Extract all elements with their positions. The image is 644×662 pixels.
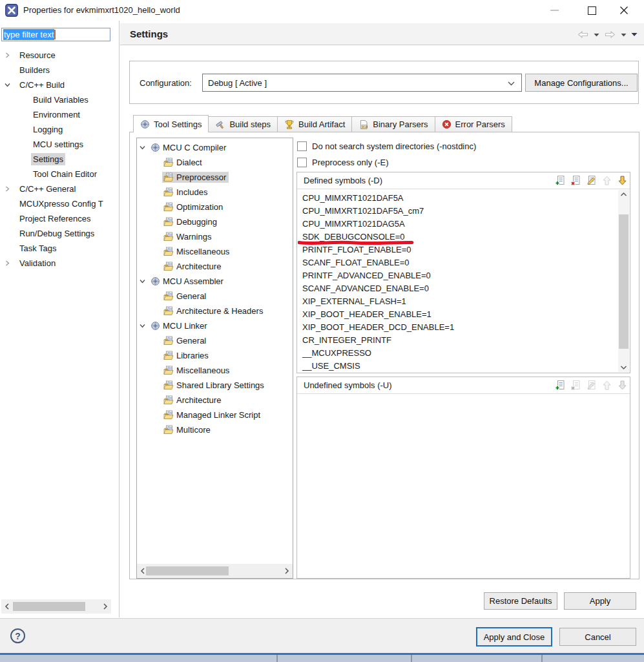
tab-binary-parsers[interactable]: 010Binary Parsers	[351, 116, 435, 132]
view-menu-dropdown-icon[interactable]	[631, 32, 638, 37]
sidebar-item-builders[interactable]: Builders	[0, 63, 119, 78]
tab-tool-settings[interactable]: Tool Settings	[133, 115, 209, 132]
sidebar-item-environment[interactable]: Environment	[0, 107, 119, 122]
sidebar-item-task-tags[interactable]: Task Tags	[0, 241, 119, 256]
defined-symbol-item[interactable]: XIP_EXTERNAL_FLASH=1	[298, 295, 618, 308]
defined-symbol-item[interactable]: __USE_CMSIS	[298, 360, 618, 372]
tab-build-artifact[interactable]: Build Artifact	[277, 116, 352, 132]
defined-symbol-item[interactable]: SCANF_ADVANCED_ENABLE=0	[298, 282, 618, 295]
sidebar-item-validation[interactable]: Validation	[0, 256, 119, 271]
defined-symbol-item[interactable]: SDK_DEBUGCONSOLE=0	[298, 231, 618, 243]
sidebar-item-run-debug-settings[interactable]: Run/Debug Settings	[0, 226, 119, 241]
defined-symbols-scrollbar[interactable]	[618, 190, 629, 372]
tool-tree-item-warnings[interactable]: Warnings	[137, 229, 293, 244]
undefined-symbols-list[interactable]	[298, 395, 618, 577]
tool-tree-item-miscellaneous[interactable]: Miscellaneous	[137, 363, 293, 378]
tool-tree-item-architecture[interactable]: Architecture	[137, 259, 293, 274]
chevron-expanded-icon[interactable]	[140, 278, 149, 284]
nav-forward-dropdown-icon[interactable]	[621, 33, 627, 37]
tool-tree-hscrollbar[interactable]	[137, 564, 293, 578]
filter-input[interactable]: type filter text	[1, 28, 110, 41]
nav-back-dropdown-icon[interactable]	[594, 33, 599, 37]
chevron-collapsed-icon[interactable]	[5, 260, 17, 266]
scrollbar-thumb[interactable]	[146, 566, 229, 575]
maximize-button[interactable]	[581, 0, 603, 21]
chevron-expanded-icon[interactable]	[140, 323, 149, 329]
tab-build-steps[interactable]: Build steps	[208, 116, 278, 132]
manage-configurations-button[interactable]: Manage Configurations...	[525, 74, 638, 92]
chevron-expanded-icon[interactable]	[5, 82, 17, 88]
scroll-right-icon[interactable]	[282, 566, 291, 575]
configuration-select[interactable]: Debug [ Active ]	[202, 74, 522, 92]
tool-tree-item-mcu-linker[interactable]: MCU Linker	[137, 318, 293, 333]
sidebar-item-c-c-general[interactable]: C/C++ General	[0, 181, 119, 196]
restore-defaults-button[interactable]: Restore Defaults	[484, 592, 557, 610]
apply-and-close-button[interactable]: Apply and Close	[476, 627, 552, 646]
tool-tree-item-dialect[interactable]: Dialect	[137, 155, 293, 170]
tool-tree-item-architecture-headers[interactable]: Architecture & Headers	[137, 304, 293, 318]
apply-button[interactable]: Apply	[564, 592, 636, 610]
defined-symbols-list[interactable]: CPU_MIMXRT1021DAF5ACPU_MIMXRT1021DAF5A_c…	[298, 190, 618, 372]
scrollbar-thumb[interactable]	[619, 214, 628, 349]
sidebar-item-tool-chain-editor[interactable]: Tool Chain Editor	[0, 167, 119, 181]
chevron-collapsed-icon[interactable]	[5, 52, 17, 58]
sidebar-item-build-variables[interactable]: Build Variables	[0, 92, 119, 107]
defined-symbol-item[interactable]: CPU_MIMXRT1021DAF5A_cm7	[298, 205, 618, 218]
tool-tree-item-preprocessor[interactable]: Preprocessor	[137, 170, 293, 185]
checkbox-icon[interactable]	[297, 158, 307, 167]
tool-tree-item-managed-linker-script[interactable]: Managed Linker Script	[137, 408, 293, 422]
tool-tree-item-libraries[interactable]: Libraries	[137, 348, 293, 363]
tool-tree-item-architecture[interactable]: Architecture	[137, 393, 293, 408]
tool-tree-item-mcu-c-compiler[interactable]: MCU C Compiler	[137, 140, 293, 155]
defined-symbol-item[interactable]: __MCUXPRESSO	[298, 347, 618, 360]
tab-error-parsers[interactable]: Error Parsers	[435, 116, 512, 132]
minimize-button[interactable]	[543, 0, 565, 21]
tool-tree-item-mcu-assembler[interactable]: MCU Assembler	[137, 274, 293, 289]
sidebar-item-mcuxpresso-config-t[interactable]: MCUXpresso Config T	[0, 196, 119, 211]
nav-back-button[interactable]	[577, 30, 589, 39]
sidebar-hscrollbar[interactable]	[1, 599, 111, 614]
defined-symbol-item[interactable]: PRINTF_FLOAT_ENABLE=0	[298, 243, 618, 256]
tool-tree-item-miscellaneous[interactable]: Miscellaneous	[137, 244, 293, 259]
scroll-left-icon[interactable]	[3, 602, 12, 611]
scroll-up-icon[interactable]	[618, 192, 629, 197]
close-button[interactable]	[613, 0, 635, 21]
defined-add-symbol-button-icon[interactable]	[555, 175, 566, 186]
defined-delete-symbol-button-icon[interactable]	[570, 175, 581, 186]
defined-move-down-button-icon[interactable]	[617, 175, 628, 186]
defined-symbol-item[interactable]: XIP_BOOT_HEADER_DCD_ENABLE=1	[298, 321, 618, 334]
defined-symbol-item[interactable]: CPU_MIMXRT1021DAG5A	[298, 218, 618, 231]
tool-tree-item-multicore[interactable]: Multicore	[137, 422, 293, 437]
chevron-expanded-icon[interactable]	[140, 145, 149, 150]
cancel-button[interactable]: Cancel	[559, 628, 636, 646]
defined-symbol-item[interactable]: PRINTF_ADVANCED_ENABLE=0	[298, 269, 618, 282]
defined-symbol-item[interactable]: XIP_BOOT_HEADER_ENABLE=1	[298, 308, 618, 321]
chevron-collapsed-icon[interactable]	[5, 186, 17, 192]
checkbox-nostdinc[interactable]: Do not search system directories (-nostd…	[297, 140, 476, 152]
help-button[interactable]: ?	[10, 628, 25, 643]
tool-tree-item-optimization[interactable]: Optimization	[137, 200, 293, 214]
checkbox-icon[interactable]	[297, 141, 307, 151]
sidebar-item-mcu-settings[interactable]: MCU settings	[0, 137, 119, 152]
scrollbar-thumb[interactable]	[13, 602, 85, 611]
defined-symbol-item[interactable]: CR_INTEGER_PRINTF	[298, 334, 618, 347]
checkbox-preprocess-only[interactable]: Preprocess only (-E)	[297, 156, 388, 168]
tool-tree-item-debugging[interactable]: Debugging	[137, 214, 293, 229]
sidebar-item-c-c-build[interactable]: C/C++ Build	[0, 78, 119, 92]
tool-tree-item-general[interactable]: General	[137, 289, 293, 304]
scroll-down-icon[interactable]	[618, 365, 629, 370]
scroll-right-icon[interactable]	[101, 602, 110, 611]
sidebar-item-project-references[interactable]: Project References	[0, 211, 119, 226]
sidebar-item-settings[interactable]: Settings	[0, 152, 119, 167]
nav-forward-button[interactable]	[604, 30, 616, 39]
defined-symbol-item[interactable]: SCANF_FLOAT_ENABLE=0	[298, 256, 618, 269]
defined-edit-symbol-button-icon[interactable]	[586, 175, 597, 186]
defined-symbol-item[interactable]: CPU_MIMXRT1021DAF5A	[298, 192, 618, 205]
sidebar-item-resource[interactable]: Resource	[0, 48, 119, 63]
sidebar-item-logging[interactable]: Logging	[0, 122, 119, 137]
tool-tree-item-includes[interactable]: Includes	[137, 185, 293, 200]
tool-tree-item-general[interactable]: General	[137, 333, 293, 348]
undefined-add-symbol-button-icon[interactable]	[555, 380, 566, 391]
tool-tree-item-shared-library-settings[interactable]: Shared Library Settings	[137, 378, 293, 393]
sidebar-item-label: Resource	[17, 49, 57, 61]
